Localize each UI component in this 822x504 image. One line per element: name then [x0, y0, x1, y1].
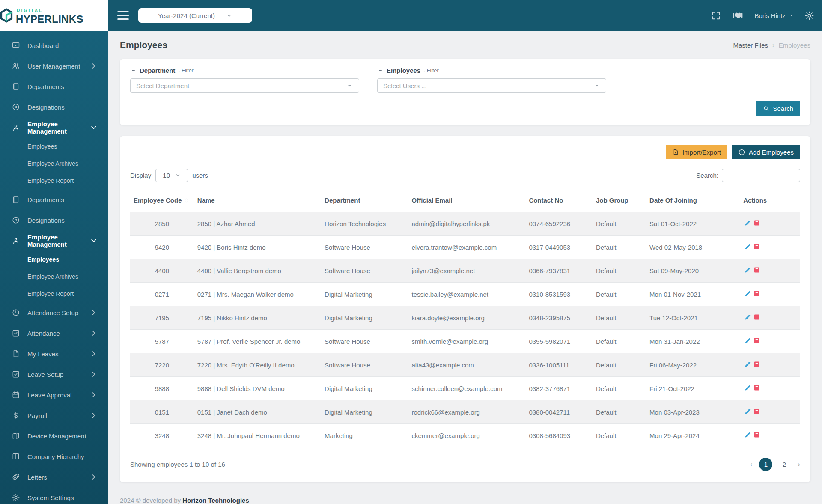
delete-employee-button[interactable]: [752, 336, 761, 346]
employees-filter-suffix: - Filter: [423, 68, 438, 74]
sidebar-item-employee-report[interactable]: Employee Report: [0, 172, 108, 189]
sidebar-item-employee-management[interactable]: Employee Management: [0, 117, 108, 138]
cell-name: 7220 | Mrs. Edyth O'Reilly II demo: [194, 353, 321, 377]
edit-employee-button[interactable]: [743, 360, 752, 370]
delete-employee-button[interactable]: [752, 407, 761, 417]
edit-employee-button[interactable]: [743, 407, 752, 417]
cell-code: 4400: [130, 259, 194, 283]
brand-word-digital: DIGITAL: [17, 8, 43, 13]
page-size-select[interactable]: 10: [155, 169, 188, 182]
import-export-button[interactable]: Import/Export: [666, 145, 727, 159]
edit-employee-button[interactable]: [743, 289, 752, 299]
add-employees-button[interactable]: Add Employees: [732, 145, 800, 159]
cell-job_group: Default: [593, 306, 646, 330]
cell-department: Digital Marketing: [321, 400, 408, 424]
sidebar-item-company-hierarchy[interactable]: Company Hierarchy: [0, 446, 108, 467]
target-icon: [12, 103, 20, 111]
delete-employee-button[interactable]: [752, 360, 761, 370]
delete-employee-button[interactable]: [752, 265, 761, 276]
edit-employee-button[interactable]: [743, 383, 752, 394]
edit-employee-button[interactable]: [743, 430, 752, 441]
sidebar-item-dashboard[interactable]: Dashboard: [0, 35, 108, 56]
cell-department: Software House: [321, 330, 408, 353]
cell-actions: [740, 377, 800, 400]
chevron-right-icon: [89, 411, 98, 420]
footer-company-link[interactable]: Horizon Technologies: [182, 497, 249, 504]
sidebar-item-attendance[interactable]: Attendance: [0, 323, 108, 343]
table-row: 02710271 | Mrs. Maegan Walker demoDigita…: [130, 283, 800, 306]
cell-contact: 0317-0449053: [525, 236, 593, 259]
pagination-prev-icon[interactable]: ‹: [750, 460, 753, 469]
cell-actions: [740, 424, 800, 447]
file-export-icon: [672, 149, 679, 155]
sidebar-item-payroll[interactable]: Payroll: [0, 405, 108, 426]
chevron-right-icon: [89, 349, 98, 358]
sidebar-item-user-management[interactable]: User Management: [0, 56, 108, 76]
delete-employee-button[interactable]: [752, 289, 761, 299]
delete-employee-button[interactable]: [752, 383, 761, 394]
fullscreen-icon[interactable]: [711, 11, 721, 21]
sidebar-toggle-menu-icon[interactable]: [117, 11, 129, 20]
cell-email: alta43@example.com: [408, 353, 526, 377]
department-select[interactable]: Select Department: [130, 78, 359, 93]
chevron-right-icon: [89, 391, 98, 399]
search-button[interactable]: Search: [756, 101, 800, 116]
sidebar-item-departments[interactable]: Departments: [0, 189, 108, 210]
check-square-icon: [12, 329, 20, 337]
sidebar-item-employee-archives[interactable]: Employee Archives: [0, 268, 108, 285]
sidebar-item-employees[interactable]: Employees: [0, 251, 108, 268]
cell-job_group: Default: [593, 283, 646, 306]
sidebar-item-system-settings[interactable]: System Settings: [0, 487, 108, 504]
sidebar-item-attendance-setup[interactable]: Attendance Setup: [0, 302, 108, 323]
chevron-down-icon: [789, 13, 794, 18]
trash-archive-icon: [753, 243, 760, 250]
filter-icon: [377, 67, 384, 74]
edit-employee-button[interactable]: [743, 313, 752, 323]
breadcrumb-master-files[interactable]: Master Files: [733, 42, 768, 49]
handshake-icon[interactable]: [731, 10, 744, 21]
settings-gear-icon[interactable]: [804, 11, 814, 21]
pagination: ‹ 12 ›: [750, 458, 800, 471]
sidebar-item-employee-archives[interactable]: Employee Archives: [0, 155, 108, 172]
pagination-next-icon[interactable]: ›: [798, 460, 800, 469]
pagination-page-2[interactable]: 2: [777, 458, 791, 471]
gear-icon: [12, 493, 20, 502]
sidebar-item-label: Departments: [27, 196, 64, 203]
sidebar-item-employee-report[interactable]: Employee Report: [0, 285, 108, 302]
edit-employee-button[interactable]: [743, 242, 752, 252]
pagination-page-1[interactable]: 1: [759, 458, 772, 471]
cell-job_group: Default: [593, 259, 646, 283]
edit-employee-button[interactable]: [743, 336, 752, 346]
column-header-label: Date Of Joining: [649, 197, 697, 204]
edit-employee-button[interactable]: [743, 265, 752, 276]
cell-date_of_joining: Mon 31-Jan-2022: [646, 330, 740, 353]
table-search-input[interactable]: [722, 169, 800, 182]
delete-employee-button[interactable]: [752, 218, 761, 229]
cell-date_of_joining: Wed 02-May-2018: [646, 236, 740, 259]
cell-email: schinner.colleen@example.com: [408, 377, 526, 400]
sidebar-item-employee-management[interactable]: Employee Management: [0, 230, 108, 251]
sidebar-item-leave-setup[interactable]: Leave Setup: [0, 364, 108, 385]
delete-employee-button[interactable]: [752, 313, 761, 323]
sidebar-item-my-leaves[interactable]: My Leaves: [0, 343, 108, 364]
cell-actions: [740, 259, 800, 283]
delete-employee-button[interactable]: [752, 242, 761, 252]
edit-employee-button[interactable]: [743, 218, 752, 229]
table-row: 98889888 | Dell Shields DVM demoDigital …: [130, 377, 800, 400]
column-header-employee-code[interactable]: Employee Code: [130, 191, 194, 212]
sidebar-item-designations[interactable]: Designations: [0, 210, 108, 230]
delete-employee-button[interactable]: [752, 430, 761, 441]
sidebar-item-letters[interactable]: Letters: [0, 467, 108, 487]
fiscal-year-select[interactable]: Year-2024 (Current): [138, 8, 252, 23]
user-menu[interactable]: Boris Hintz: [754, 12, 794, 19]
sidebar-item-leave-approval[interactable]: Leave Approval: [0, 385, 108, 405]
column-header-job-group: Job Group: [593, 191, 646, 212]
sidebar-item-device-management[interactable]: Device Management: [0, 426, 108, 446]
cell-date_of_joining: Sat 09-May-2020: [646, 259, 740, 283]
search-button-label: Search: [773, 105, 793, 112]
chevron-right-icon: [89, 308, 98, 317]
sidebar-item-employees[interactable]: Employees: [0, 138, 108, 155]
employees-select[interactable]: Select Users ...: [377, 78, 606, 93]
sidebar-item-designations[interactable]: Designations: [0, 97, 108, 117]
sidebar-item-departments[interactable]: Departments: [0, 76, 108, 97]
